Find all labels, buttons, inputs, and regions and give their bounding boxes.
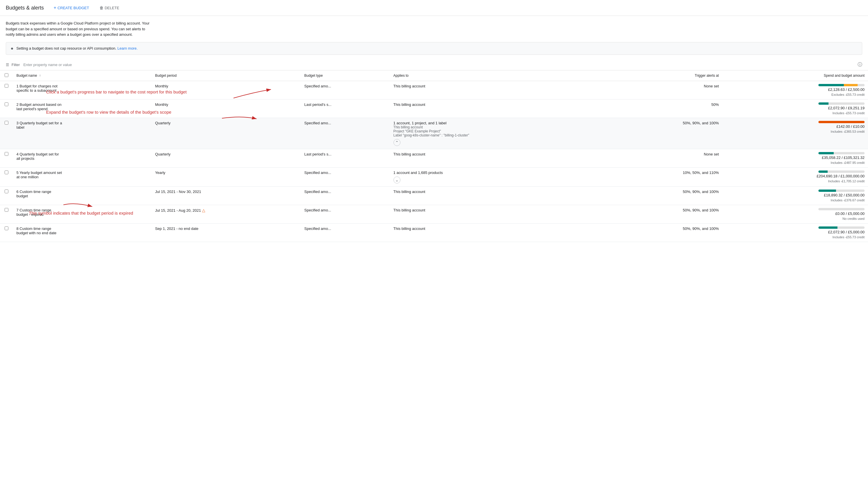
progress-bar[interactable] [818,226,865,229]
amount-main: £2,072.90 / £9,251.19 [828,106,865,110]
applies-to-cell: 1 account, 1 project, and 1 labelThis bi… [390,118,606,149]
budget-name-cell: 5 Yearly budget amount set at one millio… [13,167,152,186]
page-wrapper: Budgets & alerts + CREATE BUDGET 🗑 DELET… [0,0,868,242]
expand-row-button[interactable]: ⌃ [393,139,401,146]
budget-period: Quarterly [155,121,170,125]
trigger-value: 50% [711,102,719,107]
budget-name: 3 Quarterly budget set for a label [16,121,63,130]
amount-main: £204,690.18 / £1,000,000.00 [817,174,865,178]
progress-bar[interactable] [818,102,865,105]
filter-label: Filter [12,63,20,67]
amount-sub: Includes -£55.73 credit [833,235,865,239]
budget-name-cell: 7 Custom time range budget - expired [13,205,152,223]
applies-to-main: This billing account [393,152,603,156]
budget-type-cell: Specified amo... [301,167,390,186]
amount-main: £0.00 / £5,000.00 [835,211,865,216]
applies-to-cell: 1 account and 1,685 products⌄ [390,167,606,186]
checkbox-row-7[interactable] [5,208,8,212]
select-all-checkbox[interactable] [5,73,8,77]
applies-to-main: This billing account [393,226,603,231]
progress-bar[interactable] [818,84,865,86]
progress-bar[interactable] [818,121,865,123]
page-header: Budgets & alerts + CREATE BUDGET 🗑 DELET… [0,0,868,16]
amount-main: £2,128.63 / £2,500.00 [828,87,865,92]
learn-more-link[interactable]: Learn more. [117,46,138,50]
help-icon[interactable]: ⓘ [857,62,862,68]
filter-bar: ☰ Filter ⓘ [0,59,868,70]
applies-to-main: 1 account, 1 project, and 1 label [393,121,603,125]
trigger-alerts-cell: 50% [606,99,724,118]
spend-amount-cell: £2,072.90 / £5,000.00 Includes -£55.73 c… [725,223,868,242]
checkbox-row-1[interactable] [5,84,8,88]
trigger-alerts-cell: 50%, 90%, and 100% [606,118,724,149]
table-row: 2 Budget amount based on last period's s… [0,99,868,118]
progress-bar[interactable] [818,170,865,173]
budgets-table: Budget name ↑ Budget period Budget type … [0,70,868,242]
budget-period: Jul 15, 2021 - Nov 30, 2021 [155,189,201,194]
amount-sub: Includes -£365.53 credit [831,130,865,133]
page-description: Budgets track expenses within a Google C… [0,16,159,42]
budget-period-cell: Sep 1, 2021 - no end date [152,223,301,242]
budget-name: 1 Budget for charges not specific to a s… [16,84,63,92]
checkbox-row-5[interactable] [5,170,8,174]
applies-to-cell: This billing account [390,99,606,118]
row-checkbox-cell [0,149,13,167]
amount-main: £2,072.90 / £5,000.00 [828,230,865,234]
budget-period-cell: Quarterly [152,149,301,167]
budget-type-cell: Last period's s... [301,149,390,167]
amount-sub: Includes -£55.73 credit [833,112,865,115]
budget-name-cell: 8 Custom time range budget with no end d… [13,223,152,242]
spend-amount-cell: £0.00 / £5,000.00 No credits used [725,205,868,223]
amount-main: £142.00 / £10.00 [836,124,865,129]
delete-button[interactable]: 🗑 DELETE [96,4,122,12]
budget-period: Yearly [155,170,165,175]
budget-name-cell: 1 Budget for charges not specific to a s… [13,81,152,99]
budget-period-cell: Monthly [152,99,301,118]
progress-bar[interactable] [818,208,865,210]
budget-period: Monthly [155,102,169,107]
checkbox-row-2[interactable] [5,102,8,106]
budget-period-cell: Quarterly [152,118,301,149]
budget-name-cell: 4 Quarterly budget set for all projects [13,149,152,167]
budget-period-cell: Monthly [152,81,301,99]
plus-icon: + [54,5,56,11]
budget-type: Specified amo... [304,208,331,212]
progress-bar[interactable] [818,152,865,154]
budget-name: 8 Custom time range budget with no end d… [16,226,63,235]
checkbox-row-8[interactable] [5,226,8,230]
trigger-alerts-cell: 50%, 90%, and 100% [606,186,724,205]
budget-type: Specified amo... [304,170,331,175]
budget-period-cell: Yearly [152,167,301,186]
amount-sub: Includes -£376.67 credit [831,199,865,202]
budget-type-cell: Last period's s... [301,99,390,118]
filter-input[interactable] [23,63,855,67]
trigger-value: 50%, 90%, and 100% [683,208,719,212]
trigger-alerts-cell: 50%, 90%, and 100% [606,205,724,223]
info-icon: ● [11,46,14,51]
checkbox-row-4[interactable] [5,152,8,156]
budget-name-cell: 3 Quarterly budget set for a label [13,118,152,149]
applies-to-main: This billing account [393,189,603,194]
info-banner: ● Setting a budget does not cap resource… [6,42,862,55]
progress-bar[interactable] [818,189,865,192]
expand-row-button[interactable]: ⌄ [393,176,401,184]
applies-to-cell: This billing account [390,81,606,99]
applies-to-main: 1 account and 1,685 products [393,170,603,175]
row-checkbox-cell [0,223,13,242]
row-checkbox-cell [0,205,13,223]
trigger-value: 50%, 90%, and 100% [683,226,719,231]
trigger-alerts-cell: 10%, 50%, and 110% [606,167,724,186]
checkbox-row-3[interactable] [5,121,8,125]
budget-period: Monthly [155,84,169,88]
checkbox-row-6[interactable] [5,189,8,193]
budget-type-cell: Specified amo... [301,118,390,149]
col-budget-period: Budget period [152,70,301,81]
trigger-alerts-cell: None set [606,149,724,167]
budget-period: Quarterly [155,152,170,156]
applies-sub3: Label "goog-k8s-cluster-name" : "billing… [393,133,603,137]
trigger-value: 50%, 90%, and 100% [683,121,719,125]
trigger-value: None set [704,152,719,156]
budget-type: Specified amo... [304,189,331,194]
spend-amount-cell: £142.00 / £10.00 Includes -£365.53 credi… [725,118,868,149]
create-budget-button[interactable]: + CREATE BUDGET [51,3,92,12]
